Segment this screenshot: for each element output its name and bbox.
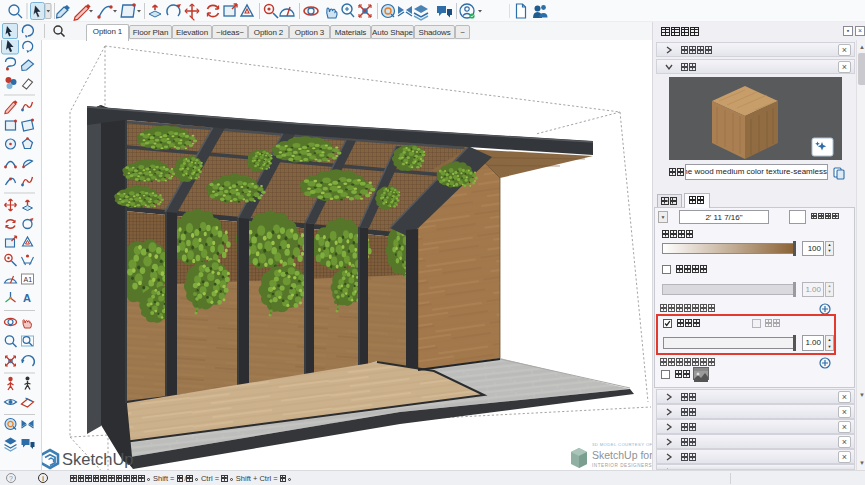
svg-text:3D MODEL COURTESY OF:: 3D MODEL COURTESY OF: bbox=[592, 442, 652, 447]
svg-text:SketchUp for: SketchUp for bbox=[592, 449, 652, 461]
svg-text:INTERIOR DESIGNERS: INTERIOR DESIGNERS bbox=[592, 463, 652, 468]
svg-text:SketchUp: SketchUp bbox=[62, 450, 134, 468]
